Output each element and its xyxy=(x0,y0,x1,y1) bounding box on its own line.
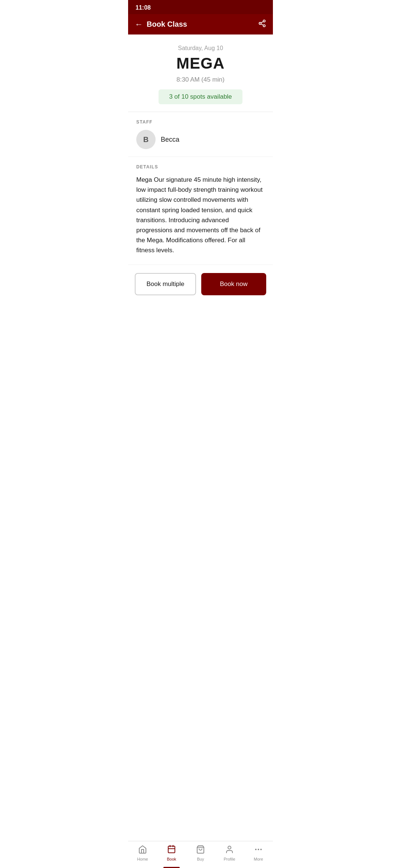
svg-point-10 xyxy=(228,846,231,849)
staff-avatar: B xyxy=(136,130,156,149)
nav-item-more[interactable]: More xyxy=(244,845,273,861)
nav-label-book: Book xyxy=(167,857,176,861)
book-now-button[interactable]: Book now xyxy=(201,273,266,295)
staff-label: STAFF xyxy=(136,119,265,125)
nav-label-more: More xyxy=(254,857,263,861)
top-nav: ← Book Class xyxy=(128,14,273,34)
svg-point-13 xyxy=(261,849,261,850)
back-button[interactable]: ← xyxy=(135,20,143,29)
book-multiple-button[interactable]: Book multiple xyxy=(135,273,196,295)
home-icon xyxy=(138,845,147,855)
nav-label-buy: Buy xyxy=(197,857,204,861)
share-button[interactable] xyxy=(258,19,266,29)
bottom-nav: Home Book Buy xyxy=(128,841,273,868)
nav-label-home: Home xyxy=(137,857,148,861)
class-time: 8:30 AM (45 min) xyxy=(136,76,265,83)
details-label: DETAILS xyxy=(136,164,265,170)
svg-rect-5 xyxy=(168,846,175,853)
nav-item-profile[interactable]: Profile xyxy=(215,845,244,861)
page-title: Book Class xyxy=(147,20,187,29)
top-nav-left: ← Book Class xyxy=(135,20,187,29)
more-icon xyxy=(254,845,263,855)
svg-point-11 xyxy=(255,849,256,850)
content-area: Saturday, Aug 10 MEGA 8:30 AM (45 min) 3… xyxy=(128,34,273,337)
spots-available-badge: 3 of 10 spots available xyxy=(159,89,242,104)
hero-section: Saturday, Aug 10 MEGA 8:30 AM (45 min) 3… xyxy=(128,34,273,112)
svg-line-4 xyxy=(261,22,263,23)
staff-name: Becca xyxy=(161,136,179,144)
nav-item-book[interactable]: Book xyxy=(157,845,186,861)
nav-item-buy[interactable]: Buy xyxy=(186,845,215,861)
details-section: DETAILS Mega Our signature 45 minute hig… xyxy=(128,157,273,265)
class-name: MEGA xyxy=(136,55,265,72)
status-bar: 11:08 xyxy=(128,0,273,14)
buy-icon xyxy=(196,845,205,855)
book-icon xyxy=(167,845,176,855)
nav-item-home[interactable]: Home xyxy=(128,845,157,861)
nav-label-profile: Profile xyxy=(224,857,235,861)
svg-line-3 xyxy=(261,24,263,25)
details-text: Mega Our signature 45 minute high intens… xyxy=(136,175,265,256)
staff-row: B Becca xyxy=(136,130,265,153)
staff-initial: B xyxy=(143,135,149,144)
svg-point-12 xyxy=(258,849,259,850)
staff-section: STAFF B Becca xyxy=(128,112,273,157)
status-time: 11:08 xyxy=(136,4,151,11)
profile-icon xyxy=(225,845,234,855)
action-buttons-area: Book multiple Book now xyxy=(128,265,273,303)
class-date: Saturday, Aug 10 xyxy=(136,45,265,52)
